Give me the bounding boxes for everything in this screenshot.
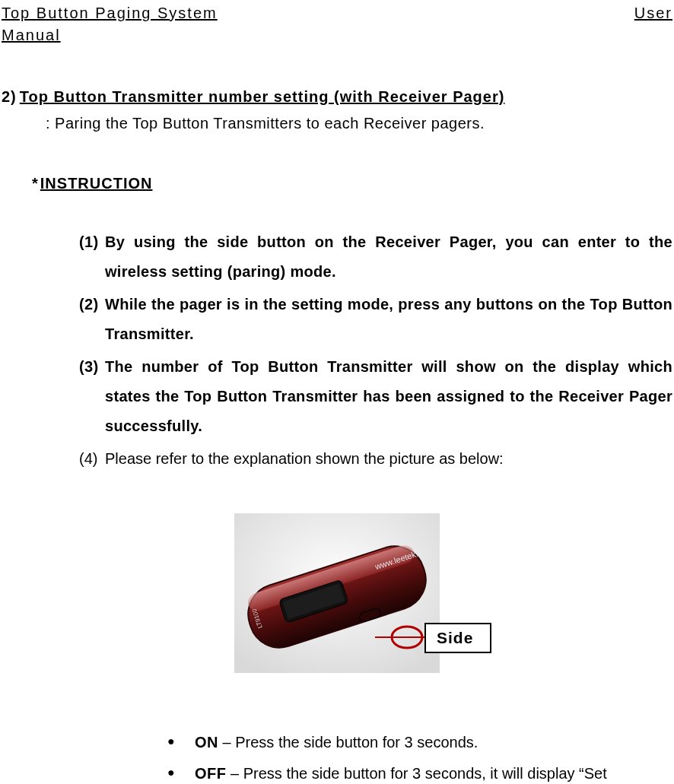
section-heading: 2)Top Button Transmitter number setting … xyxy=(2,88,672,106)
bullet-content: OFF – Press the side button for 3 second… xyxy=(195,759,672,784)
item-number: (4) xyxy=(79,444,105,474)
bullet-icon: ● xyxy=(167,728,195,757)
header-left: Top Button Paging System xyxy=(2,5,218,22)
bullet-rest: – Press the side button for 3 seconds. xyxy=(218,734,478,751)
list-item: ● OFF – Press the side button for 3 seco… xyxy=(167,759,672,784)
bullet-lead: OFF xyxy=(195,765,227,782)
item-number: (3) xyxy=(79,352,105,441)
item-number: (2) xyxy=(79,290,105,349)
header-right: User xyxy=(634,5,672,22)
list-item: ● ON – Press the side button for 3 secon… xyxy=(167,728,672,757)
list-item: (4) Please refer to the explanation show… xyxy=(79,444,672,474)
callout-label-box: Side xyxy=(424,623,491,653)
section-description: : Paring the Top Button Transmitters to … xyxy=(46,115,672,132)
bullet-icon: ● xyxy=(167,759,195,784)
list-item: (3) The number of Top Button Transmitter… xyxy=(79,352,672,441)
callout-label-text: Side xyxy=(437,629,473,646)
bullet-lead: ON xyxy=(195,734,218,751)
item-text: Please refer to the explanation shown th… xyxy=(105,444,672,474)
bullet-content: ON – Press the side button for 3 seconds… xyxy=(195,728,672,757)
list-item: (1) By using the side button on the Rece… xyxy=(79,227,672,287)
receiver-pager-image: www.leetek.org LT9100 xyxy=(234,513,440,673)
callout-connector-line xyxy=(375,636,426,638)
running-header-line2: Manual xyxy=(2,27,672,44)
asterisk-icon: * xyxy=(32,175,39,192)
section-number: 2) xyxy=(2,88,17,105)
item-text: By using the side button on the Receiver… xyxy=(105,227,672,287)
running-header-line1: Top Button Paging System User xyxy=(2,5,672,22)
item-text: While the pager is in the setting mode, … xyxy=(105,290,672,349)
item-number: (1) xyxy=(79,227,105,287)
instruction-heading: *INSTRUCTION xyxy=(32,175,672,192)
figure: www.leetek.org LT9100 Side xyxy=(2,513,672,681)
bullet-list: ● ON – Press the side button for 3 secon… xyxy=(167,728,672,784)
item-text: The number of Top Button Transmitter wil… xyxy=(105,352,672,441)
list-item: (2) While the pager is in the setting mo… xyxy=(79,290,672,349)
instruction-list: (1) By using the side button on the Rece… xyxy=(79,227,672,474)
instruction-label: INSTRUCTION xyxy=(40,175,153,192)
document-page: Top Button Paging System User Manual 2)T… xyxy=(0,0,674,784)
bullet-rest: – Press the side button for 3 seconds, i… xyxy=(227,765,607,782)
section-title: Top Button Transmitter number setting (w… xyxy=(20,88,505,105)
